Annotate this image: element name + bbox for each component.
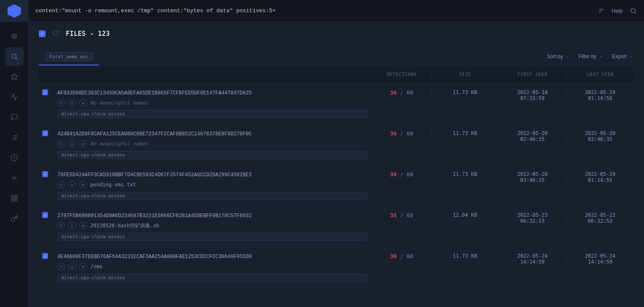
row-size-4: 11.73 KB <box>431 251 499 261</box>
filter-icon <box>598 8 605 14</box>
row-checkbox-cell: ✓ <box>39 170 52 179</box>
detection-total-2: 60 <box>407 171 413 178</box>
svg-marker-4 <box>11 74 17 80</box>
sidebar-item-key[interactable] <box>5 209 24 228</box>
th-check <box>39 69 52 80</box>
hash-text-4: 4E48080F37DEBD76AF54A3231ECAF3AA254A008F… <box>57 254 252 260</box>
svg-point-1 <box>13 35 15 38</box>
hash-text-0: AF033D08DC383C13459CA5A0EFA65DE1B865F7CF… <box>57 90 252 96</box>
copy-icon-4[interactable] <box>255 253 261 260</box>
tab-first-seen[interactable]: First seen asc <box>39 49 99 65</box>
row-checkbox-3[interactable]: ✓ <box>42 212 48 218</box>
row-last-seen-3: 2022-05-23 06:32:53 <box>566 210 634 226</box>
row-last-seen-4: 2022-05-24 14:14:59 <box>566 251 634 267</box>
upload-icon-3[interactable] <box>263 212 269 219</box>
row-checkbox-4[interactable]: ✓ <box>42 253 48 259</box>
row-checkbox-1[interactable]: ✓ <box>42 130 48 136</box>
download-icon-0[interactable] <box>271 89 277 97</box>
row-checkbox-cell: ✓ <box>39 129 52 138</box>
sidebar-item-graph[interactable] <box>5 88 24 106</box>
filter-chevron-icon <box>598 54 604 59</box>
file-name-2: pending-xms.txt <box>90 182 136 188</box>
meta-icon-shield-3: ⊛ <box>79 222 87 229</box>
filter-by-button[interactable]: Filter by <box>579 54 604 59</box>
files-header: ✓ FILES - 123 <box>39 22 634 46</box>
row-checkbox-cell: ✓ <box>39 251 52 261</box>
svg-rect-15 <box>15 199 17 201</box>
sidebar-item-integrations[interactable] <box>5 189 24 207</box>
sidebar-item-intelligence[interactable] <box>5 67 24 86</box>
logo[interactable] <box>0 0 29 22</box>
sort-by-button[interactable]: Sort by <box>547 54 570 59</box>
svg-point-12 <box>13 177 15 179</box>
svg-rect-16 <box>11 199 13 201</box>
row-first-seen-0: 2022-05-18 07:15:59 <box>499 88 566 103</box>
detection-count-0: 36 <box>390 89 397 96</box>
row-detections-2: 38 / 60 <box>372 170 431 179</box>
svg-point-0 <box>12 34 17 39</box>
sidebar-item-search[interactable] <box>5 47 24 66</box>
detection-total-3: 60 <box>407 212 413 218</box>
sidebar-item-list[interactable] <box>5 128 24 147</box>
row-info-1: 424B41A2D8F8CAFA125CEA080C68E72347F2CAF6… <box>52 129 372 161</box>
main-content: Help ✓ FILES - 123 First seen asc <box>29 0 644 307</box>
sort-by-label: Sort by <box>547 54 563 59</box>
th-size: Size <box>431 69 499 80</box>
file-meta-3: ☺ ◎ ⊛ 20220520-bash挖矿病毒.sh <box>57 222 367 229</box>
search-input[interactable] <box>35 8 593 14</box>
row-size-0: 11.73 KB <box>431 88 499 97</box>
tabs-area: First seen asc Sort by Filter by Export <box>39 46 634 66</box>
row-checkbox-2[interactable]: ✓ <box>42 171 48 177</box>
upload-icon-0[interactable] <box>263 89 269 97</box>
row-detections-0: 36 / 60 <box>372 88 431 97</box>
search-button[interactable] <box>630 7 637 15</box>
download-icon-4[interactable] <box>271 253 277 260</box>
row-checkbox-0[interactable]: ✓ <box>42 89 48 95</box>
meta-icon-face-4: ☺ <box>57 263 65 270</box>
download-icon-3[interactable] <box>271 212 277 219</box>
meta-icon-circle-1: ◎ <box>68 140 76 148</box>
download-icon-2[interactable] <box>271 171 277 178</box>
upload-icon-4[interactable] <box>263 253 269 260</box>
copy-icon-1[interactable] <box>255 130 261 137</box>
help-button[interactable]: Help <box>612 8 623 14</box>
select-all-checkbox[interactable]: ✓ <box>39 30 46 37</box>
svg-rect-14 <box>15 195 17 197</box>
filter-by-label: Filter by <box>579 54 597 59</box>
export-button[interactable]: Export <box>612 54 634 59</box>
svg-rect-31 <box>257 214 260 217</box>
file-hash-1: 424B41A2D8F8CAFA125CEA080C68E72347F2CAF6… <box>57 130 367 137</box>
copy-icon-0[interactable] <box>255 89 261 97</box>
row-info-4: 4E48080F37DEBD76AF54A3231ECAF3AA254A008F… <box>52 251 372 283</box>
meta-icon-circle-0: ◎ <box>68 99 76 107</box>
tab-actions: Sort by Filter by Export <box>547 54 634 61</box>
svg-rect-13 <box>11 195 13 197</box>
file-name-4: /xms <box>90 264 102 269</box>
meta-icon-shield-0: ⊛ <box>79 99 87 107</box>
file-tag-1: direct-cpu-clock-access <box>57 151 367 159</box>
sidebar-item-history[interactable] <box>5 148 24 167</box>
download-icon-1[interactable] <box>271 130 277 137</box>
file-hash-3: 2787F5B699891354D9A6D234687B3221E5866CF6… <box>57 212 367 219</box>
sidebar-item-comments[interactable] <box>5 108 24 127</box>
sidebar-item-settings[interactable] <box>5 169 24 187</box>
file-meta-0: ☺ ◎ ⊛ No meaningful names <box>57 99 367 107</box>
upload-icon-2[interactable] <box>263 171 269 178</box>
sidebar-item-overview[interactable] <box>5 27 24 46</box>
hash-text-1: 424B41A2D8F8CAFA125CEA080C68E72347F2CAF6… <box>57 131 252 137</box>
row-info-3: 2787F5B699891354D9A6D234687B3221E5866CF6… <box>52 210 372 242</box>
copy-icon-3[interactable] <box>255 212 261 219</box>
svg-rect-34 <box>257 255 260 258</box>
row-detections-3: 35 / 60 <box>372 210 431 220</box>
upload-icon-1[interactable] <box>263 130 269 137</box>
file-tag-2: direct-cpu-clock-access <box>57 192 367 200</box>
filter-button[interactable] <box>598 8 605 14</box>
row-first-seen-1: 2022-05-20 02:46:35 <box>499 129 566 144</box>
row-checkbox-cell: ✓ <box>39 210 52 220</box>
copy-icon-2[interactable] <box>255 171 261 178</box>
row-info-2: 70FE5D424AFF3CA5916BBF7D4C9E593C4D67F357… <box>52 170 372 202</box>
refresh-icon[interactable] <box>52 30 59 38</box>
search-icon <box>630 7 637 15</box>
table-row: ✓ AF033D08DC383C13459CA5A0EFA65DE1B865F7… <box>39 83 634 124</box>
export-chevron-icon <box>629 54 634 59</box>
